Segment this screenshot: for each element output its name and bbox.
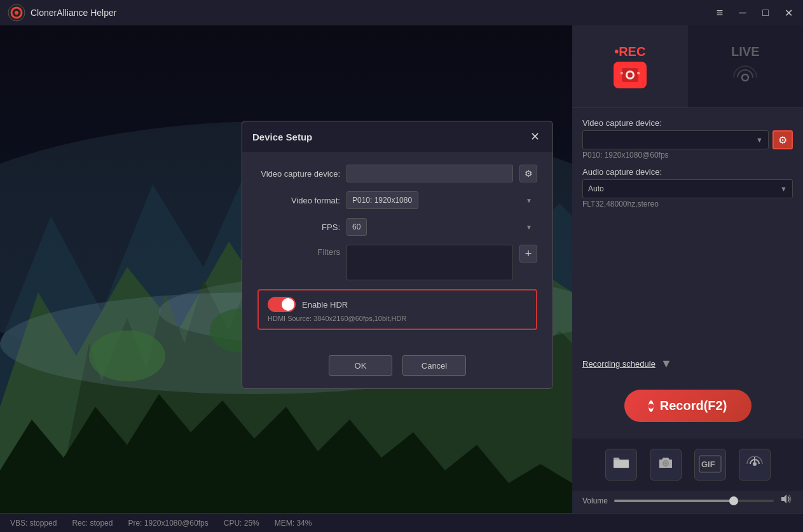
tab-rec[interactable]: •REC <box>572 25 688 107</box>
dialog-body: Video capture device: ⚙ Video format: P0… <box>242 152 552 346</box>
dropdown-arrow-icon: ▼ <box>756 136 763 144</box>
dialog-video-format-select[interactable]: P010: 1920x1080 <box>347 191 418 209</box>
filters-area <box>347 245 513 280</box>
svg-point-11 <box>89 331 165 381</box>
video-capture-row: ▼ ⚙ <box>582 130 793 149</box>
dialog-add-filter-button[interactable]: + <box>519 245 537 263</box>
dialog-video-capture-input[interactable] <box>347 165 513 182</box>
volume-thumb <box>729 496 738 505</box>
dialog-cancel-button[interactable]: Cancel <box>402 355 466 376</box>
titlebar: ClonerAlliance Helper ≡ ─ □ ✕ <box>0 0 803 25</box>
dialog-titlebar: Device Setup ✕ <box>242 121 552 152</box>
dialog-title: Device Setup <box>252 132 312 142</box>
dropdown-arrow-icon2: ▼ <box>780 185 787 193</box>
video-capture-dropdown[interactable]: ▼ <box>582 130 769 149</box>
svg-rect-20 <box>614 460 629 468</box>
dialog-video-format-row: Video format: P010: 1920x1080 <box>257 191 537 209</box>
live-tab-label: LIVE <box>731 44 759 59</box>
volume-label: Volume <box>582 496 608 505</box>
recording-schedule-link[interactable]: Recording schedule <box>582 359 655 369</box>
svg-point-2 <box>15 11 18 15</box>
vbs-status: VBS: stopped <box>10 519 57 528</box>
dialog-video-format-label: Video format: <box>257 196 340 205</box>
dialog-fps-select[interactable]: 60 <box>347 218 367 236</box>
panel-content: Video capture device: ▼ ⚙ P010: 1920x108… <box>572 108 803 439</box>
dialog-video-format-select-wrap: P010: 1920x1080 <box>347 191 537 209</box>
mode-tabs: •REC LIVE <box>572 25 803 108</box>
dialog-fps-label: FPS: <box>257 222 340 232</box>
record-dot-icon <box>649 400 654 412</box>
app-logo-icon <box>8 4 25 22</box>
audio-capture-row: Auto ▼ <box>582 179 793 198</box>
stream-button[interactable] <box>739 449 771 481</box>
add-icon: + <box>525 247 532 261</box>
dialog-fps-row: FPS: 60 <box>257 218 537 236</box>
chevron-down-icon: ▼ <box>661 357 672 371</box>
camera-icon <box>657 455 675 474</box>
app-logo: ClonerAlliance Helper <box>0 4 124 22</box>
mem-status: MEM: 34% <box>275 519 312 528</box>
svg-point-25 <box>753 462 757 466</box>
dialog-ok-button[interactable]: OK <box>329 355 392 376</box>
gif-icon: GIF <box>699 455 722 474</box>
bottom-toolbar: GIF <box>572 439 803 491</box>
toggle-knob <box>282 298 294 311</box>
audio-capture-section: Audio capture device: Auto ▼ FLT32,48000… <box>582 167 793 208</box>
video-capture-settings-button[interactable]: ⚙ <box>772 130 793 149</box>
gif-button[interactable]: GIF <box>694 449 726 481</box>
video-capture-label: Video capture device: <box>582 118 793 128</box>
video-capture-section: Video capture device: ▼ ⚙ P010: 1920x108… <box>582 118 793 160</box>
volume-slider[interactable] <box>614 500 774 502</box>
svg-point-19 <box>742 74 748 81</box>
close-button[interactable]: ✕ <box>779 4 798 22</box>
window-controls: ≡ ─ □ ✕ <box>710 0 798 25</box>
gear-icon: ⚙ <box>778 134 787 146</box>
audio-capture-status: FLT32,48000hz,stereo <box>582 200 793 208</box>
volume-row: Volume <box>572 491 803 513</box>
svg-point-16 <box>628 72 633 78</box>
rec-status: Rec: stoped <box>72 519 113 528</box>
audio-capture-dropdown[interactable]: Auto ▼ <box>582 179 793 198</box>
hdr-toggle[interactable] <box>268 297 296 312</box>
svg-marker-27 <box>781 494 786 503</box>
hdr-source-text: HDMI Source: 3840x2160@60fps,10bit,HDR <box>268 315 527 322</box>
spacer <box>582 216 793 344</box>
hdr-row: Enable HDR <box>268 297 527 312</box>
folder-icon <box>612 455 630 474</box>
pre-status: Pre: 1920x1080@60fps <box>128 519 208 528</box>
maximize-button[interactable]: □ <box>756 4 775 22</box>
hdr-section: Enable HDR HDMI Source: 3840x2160@60fps,… <box>257 289 537 330</box>
audio-capture-value: Auto <box>588 184 604 193</box>
dialog-video-capture-label: Video capture device: <box>257 169 340 179</box>
recording-schedule-row: Recording schedule ▼ <box>582 352 793 376</box>
record-button[interactable]: Record(F2) <box>624 390 752 422</box>
record-button-label: Record(F2) <box>660 399 727 413</box>
rec-tab-label: •REC <box>614 44 645 59</box>
open-folder-button[interactable] <box>605 449 637 481</box>
dialog-fps-select-wrap: 60 <box>347 218 537 236</box>
right-panel: •REC LIVE <box>572 25 803 513</box>
svg-text:GIF: GIF <box>701 460 715 469</box>
dialog-filters-label: Filters <box>257 245 340 257</box>
dialog-close-button[interactable]: ✕ <box>527 129 542 144</box>
cpu-status: CPU: 25% <box>224 519 259 528</box>
svg-rect-17 <box>621 72 623 74</box>
broadcast-icon <box>745 454 764 475</box>
dialog-video-capture-gear-button[interactable]: ⚙ <box>519 165 537 182</box>
volume-icon <box>780 493 793 508</box>
tab-live[interactable]: LIVE <box>688 25 804 107</box>
status-bar: VBS: stopped Rec: stoped Pre: 1920x1080@… <box>0 513 803 532</box>
device-setup-dialog: Device Setup ✕ Video capture device: ⚙ V… <box>242 121 553 389</box>
svg-point-22 <box>664 462 667 465</box>
app-title: ClonerAlliance Helper <box>31 8 116 18</box>
dialog-footer: OK Cancel <box>242 346 552 388</box>
gear-icon2: ⚙ <box>525 168 533 179</box>
volume-fill <box>614 500 734 502</box>
screenshot-button[interactable] <box>650 449 682 481</box>
menu-button[interactable]: ≡ <box>710 4 729 22</box>
live-icon <box>729 62 762 88</box>
minimize-button[interactable]: ─ <box>733 4 752 22</box>
video-capture-status: P010: 1920x1080@60fps <box>582 151 793 160</box>
dialog-filters-row: Filters + <box>257 245 537 280</box>
audio-capture-label: Audio capture device: <box>582 167 793 177</box>
